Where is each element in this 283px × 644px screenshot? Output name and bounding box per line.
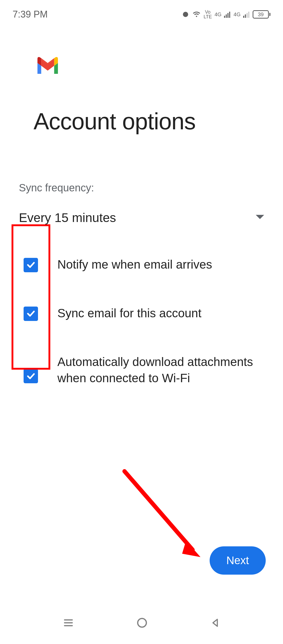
checkbox-notify[interactable]	[24, 258, 38, 272]
svg-rect-8	[248, 12, 249, 18]
svg-rect-1	[224, 16, 225, 18]
svg-rect-3	[227, 13, 228, 18]
nav-home-icon[interactable]	[136, 617, 148, 630]
sync-frequency-label: Sync frequency:	[19, 182, 264, 194]
volte-bottom: LTE	[204, 14, 212, 19]
annotation-arrow	[119, 466, 214, 571]
signal-icon-2	[243, 11, 250, 18]
svg-rect-2	[226, 14, 227, 18]
chevron-down-icon	[256, 215, 264, 221]
dropdown-value: Every 15 minutes	[19, 210, 116, 225]
page-title: Account options	[34, 108, 264, 135]
check-icon	[26, 260, 36, 270]
nav-recent-icon[interactable]	[63, 617, 74, 630]
sync-frequency-dropdown[interactable]: Every 15 minutes	[19, 210, 264, 225]
option-sync[interactable]: Sync email for this account	[19, 305, 264, 321]
main-content: Account options Sync frequency: Every 15…	[0, 24, 283, 386]
battery-tip	[269, 13, 270, 16]
volte-top: Vo	[205, 10, 210, 14]
battery-level: 39	[253, 10, 269, 19]
svg-rect-7	[247, 13, 248, 18]
navigation-bar	[0, 617, 283, 630]
battery-indicator: 39	[253, 10, 270, 19]
svg-rect-5	[243, 16, 244, 18]
volte-indicator: Vo LTE	[204, 10, 212, 19]
check-icon	[26, 308, 36, 319]
svg-rect-4	[229, 12, 230, 18]
network-label-1: 4G	[215, 12, 222, 18]
alarm-icon	[182, 10, 189, 18]
status-right: Vo LTE 4G 4G 39	[182, 10, 270, 19]
svg-point-13	[138, 619, 146, 627]
option-notify[interactable]: Notify me when email arrives	[19, 256, 264, 273]
option-notify-label: Notify me when email arrives	[57, 256, 264, 273]
svg-point-0	[183, 12, 188, 17]
nav-back-icon[interactable]	[210, 618, 220, 629]
options-list: Notify me when email arrives Sync email …	[19, 256, 264, 386]
next-button[interactable]: Next	[210, 546, 266, 575]
option-auto-download-label: Automatically download attachments when …	[57, 354, 264, 386]
option-auto-download[interactable]: Automatically download attachments when …	[19, 354, 264, 386]
checkbox-sync[interactable]	[24, 307, 38, 321]
gmail-logo-icon	[35, 55, 60, 74]
svg-line-9	[124, 471, 193, 550]
status-time: 7:39 PM	[13, 9, 48, 20]
signal-icon-1	[224, 11, 231, 18]
wifi-icon	[192, 10, 201, 18]
network-label-2: 4G	[233, 12, 241, 18]
option-sync-label: Sync email for this account	[57, 305, 264, 321]
checkbox-auto-download[interactable]	[24, 369, 38, 383]
status-bar: 7:39 PM Vo LTE 4G 4G 39	[0, 0, 283, 24]
svg-rect-6	[245, 14, 246, 18]
check-icon	[26, 371, 36, 381]
